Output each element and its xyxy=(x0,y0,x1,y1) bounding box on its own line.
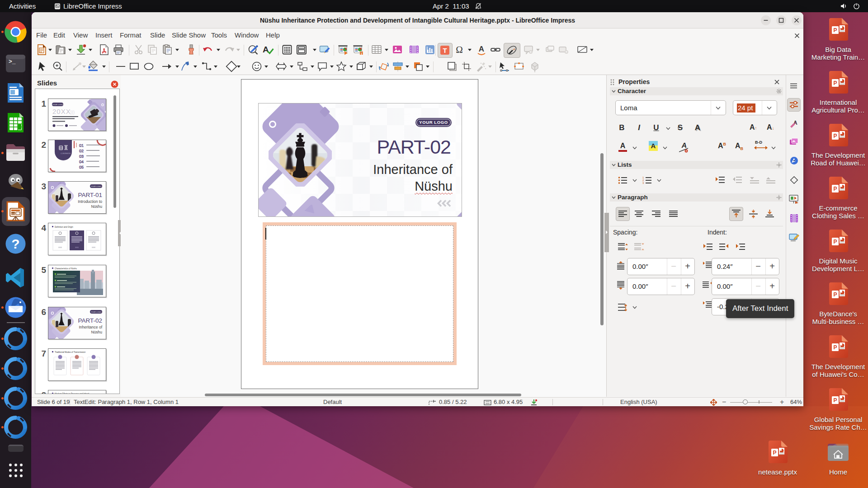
svg-text:20XX: 20XX xyxy=(52,108,71,115)
svg-text:Nüshu: Nüshu xyxy=(91,330,102,334)
svg-text:P: P xyxy=(773,450,776,456)
svg-text:P: P xyxy=(833,239,837,245)
svg-text:A: A xyxy=(479,45,484,53)
svg-text:PART-02: PART-02 xyxy=(78,317,102,324)
svg-text:YOUR LOGO: YOUR LOGO xyxy=(52,104,63,106)
svg-text:Traditional Modes of Transmiss: Traditional Modes of Transmission xyxy=(55,351,86,353)
svg-text:CONTENTS: CONTENTS xyxy=(61,152,71,155)
svg-text:Nüshu: Nüshu xyxy=(91,204,102,209)
svg-text:P: P xyxy=(833,397,837,404)
svg-text:P: P xyxy=(833,186,837,192)
svg-text:YOUR LOGO: YOUR LOGO xyxy=(91,311,102,313)
svg-text:YOUR LOGO: YOUR LOGO xyxy=(91,186,102,188)
svg-text:PART-01: PART-01 xyxy=(78,192,102,198)
svg-text:03: 03 xyxy=(79,154,84,159)
svg-text:05: 05 xyxy=(79,165,84,169)
svg-text:04: 04 xyxy=(79,160,84,164)
svg-text:P: P xyxy=(833,344,837,351)
svg-text:Ω: Ω xyxy=(456,44,463,55)
svg-text:P: P xyxy=(833,133,837,139)
svg-text:Definition and Origin: Definition and Origin xyxy=(55,226,73,228)
svg-text:Introduction to: Introduction to xyxy=(78,199,102,204)
svg-text:P: P xyxy=(833,291,837,298)
svg-text:P: P xyxy=(833,80,837,86)
svg-text:01: 01 xyxy=(79,143,84,148)
svg-text:P: P xyxy=(833,27,837,33)
svg-text:>_: >_ xyxy=(9,58,16,65)
svg-text:Modern Efforts to Preserve and: Modern Efforts to Preserve and Inherit xyxy=(55,393,90,394)
svg-text:T: T xyxy=(443,47,447,54)
svg-text:02: 02 xyxy=(79,149,84,153)
svg-text:3: 3 xyxy=(642,182,644,184)
svg-text:Characteristics of Nüshu: Characteristics of Nüshu xyxy=(55,267,77,270)
svg-text:Inheritance of: Inheritance of xyxy=(79,325,102,329)
svg-text:A: A xyxy=(263,45,269,54)
svg-text:))): ))) xyxy=(70,110,75,115)
svg-text:?: ? xyxy=(11,236,19,251)
